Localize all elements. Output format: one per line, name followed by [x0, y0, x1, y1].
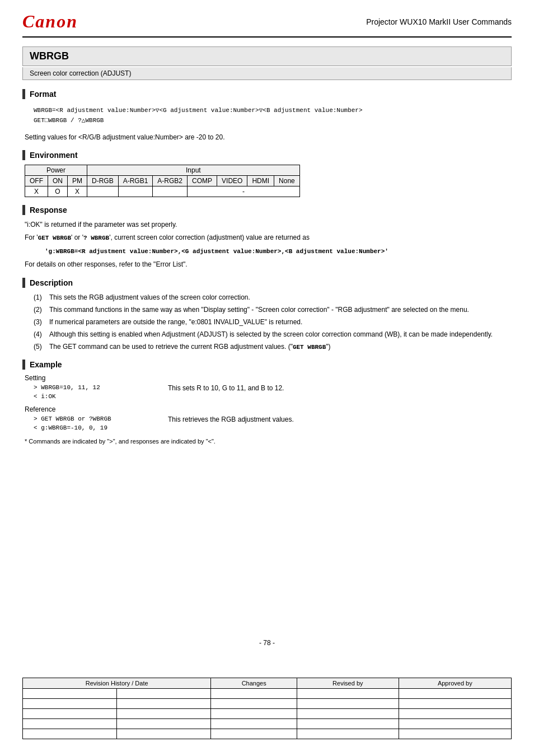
format-code-line2: GET□WBRGB / ?△WBRGB	[34, 116, 500, 126]
env-col-pm: PM	[68, 176, 87, 186]
env-cell-argb1	[118, 186, 153, 197]
revision-cell-4-2	[117, 719, 211, 729]
environment-section-bar	[22, 150, 25, 160]
response-text1: "i:OK" is returned if the parameter was …	[22, 220, 512, 230]
description-list: (1) This sets the RGB adjustment values …	[34, 292, 512, 352]
environment-section-title: Environment	[30, 151, 78, 160]
env-header-power: Power	[25, 165, 87, 176]
revision-cell-2-3	[211, 699, 297, 709]
desc-item-5: (5) The GET command can be used to retri…	[34, 342, 512, 352]
desc-text-5: The GET command can be used to retrieve …	[49, 342, 512, 352]
desc-text-2: This command functions in the same way a…	[49, 305, 512, 315]
revision-cell-5-5	[399, 729, 511, 739]
revision-cell-5-4	[297, 729, 399, 739]
revision-cell-5-2	[117, 729, 211, 739]
env-col-video: VIDEO	[217, 176, 247, 186]
revision-row-1	[23, 689, 512, 699]
setting-cmd1: > WBRGB=10, 11, 12	[34, 384, 157, 391]
response-section-bar	[22, 205, 25, 215]
desc-num-1: (1)	[34, 292, 49, 302]
page: Canon Projector WUX10 MarkII User Comman…	[0, 0, 534, 756]
desc-num-2: (2)	[34, 305, 49, 315]
revision-cell-1-1	[23, 689, 117, 699]
revision-table: Revision History / Date Changes Revised …	[22, 678, 512, 739]
env-col-hdmi: HDMI	[247, 176, 274, 186]
setting-row-2: < i:OK	[34, 393, 512, 400]
description-section-header: Description	[22, 278, 512, 288]
revision-cell-1-3	[211, 689, 297, 699]
revision-cell-4-5	[399, 719, 511, 729]
revision-cell-5-3	[211, 729, 297, 739]
env-col-argb1: A-RGB1	[118, 176, 153, 186]
env-cell-rest: -	[188, 186, 300, 197]
env-header-input: Input	[87, 165, 300, 176]
subtitle-text: Screen color correction (ADJUST)	[30, 69, 131, 77]
revision-cell-3-5	[399, 709, 511, 719]
canon-logo: Canon	[22, 11, 78, 32]
example-section-bar	[22, 360, 25, 370]
response-code3: 'g:WBRGB=<R adjustment value:Number>,<G …	[45, 248, 388, 255]
env-cell-argb2	[153, 186, 188, 197]
env-cell-on: O	[48, 186, 68, 197]
reference-row-1: > GET WBRGB or ?WBRGB This retrieves the…	[34, 416, 512, 423]
env-data-row: X O X -	[25, 186, 300, 197]
response-text3: 'g:WBRGB=<R adjustment value:Number>,<G …	[22, 246, 512, 257]
response-text4: For details on other responses, refer to…	[22, 259, 512, 270]
revision-cell-2-2	[117, 699, 211, 709]
environment-section-header: Environment	[22, 150, 512, 160]
revision-cell-3-4	[297, 709, 399, 719]
example-section-header: Example	[22, 360, 512, 370]
header: Canon Projector WUX10 MarkII User Comman…	[22, 11, 512, 38]
revision-cell-4-4	[297, 719, 399, 729]
revision-header-date: Revision History / Date	[23, 678, 211, 689]
revision-cell-3-2	[117, 709, 211, 719]
revision-table-wrapper: Revision History / Date Changes Revised …	[22, 678, 512, 739]
desc-code-getwbrgb: GET WBRGB	[293, 344, 326, 351]
reference-label: Reference	[22, 405, 512, 413]
revision-cell-2-5	[399, 699, 511, 709]
format-section-header: Format	[22, 89, 512, 99]
ref-cmd1: > GET WBRGB or ?WBRGB	[34, 416, 157, 422]
format-section-bar	[22, 89, 25, 99]
revision-row-4	[23, 719, 512, 729]
revision-row-5	[23, 729, 512, 739]
response-code1: GET WBRGB	[38, 235, 71, 241]
reference-row-2: < g:WBRGB=-10, 0, 19	[34, 424, 512, 431]
revision-cell-4-3	[211, 719, 297, 729]
revision-cell-1-2	[117, 689, 211, 699]
revision-cell-3-3	[211, 709, 297, 719]
setting-desc1: This sets R to 10, G to 11, and B to 12.	[157, 384, 284, 392]
ref-desc1: This retrieves the RGB adjustment values…	[157, 416, 294, 423]
header-title: Projector WUX10 MarkII User Commands	[366, 17, 512, 26]
desc-num-3: (3)	[34, 317, 49, 327]
revision-row-2	[23, 699, 512, 709]
description-section-title: Description	[30, 278, 73, 287]
env-col-drgb: D-RGB	[87, 176, 119, 186]
revision-cell-1-5	[399, 689, 511, 699]
description-section-bar	[22, 278, 25, 288]
revision-cell-2-1	[23, 699, 117, 709]
desc-text-1: This sets the RGB adjustment values of t…	[49, 292, 512, 302]
revision-cell-1-4	[297, 689, 399, 699]
example-section-title: Example	[30, 360, 62, 369]
desc-num-4: (4)	[34, 329, 49, 339]
setting-label: Setting	[22, 374, 512, 382]
env-cell-drgb	[87, 186, 119, 197]
env-col-argb2: A-RGB2	[153, 176, 188, 186]
format-note: Setting values for <R/G/B adjustment val…	[22, 132, 512, 142]
format-code-block: WBRGB=<R adjustment value:Number>▽<G adj…	[22, 104, 512, 128]
response-code2: ? WBRGB	[83, 235, 109, 241]
title-block: WBRGB	[22, 46, 512, 66]
desc-text-4: Although this setting is enabled when Ad…	[49, 329, 512, 339]
response-text2: For 'GET WBRGB' or '? WBRGB', current sc…	[22, 232, 512, 244]
example-setting: Setting > WBRGB=10, 11, 12 This sets R t…	[22, 374, 512, 400]
subtitle-block: Screen color correction (ADJUST)	[22, 67, 512, 80]
desc-num-5: (5)	[34, 342, 49, 352]
desc-item-1: (1) This sets the RGB adjustment values …	[34, 292, 512, 302]
environment-table: Power Input OFF ON PM D-RGB A-RGB1 A-RGB…	[25, 165, 300, 197]
env-col-on: ON	[48, 176, 68, 186]
revision-header-approved: Approved by	[399, 678, 511, 689]
revision-cell-4-1	[23, 719, 117, 729]
response-section-header: Response	[22, 205, 512, 215]
revision-row-3	[23, 709, 512, 719]
